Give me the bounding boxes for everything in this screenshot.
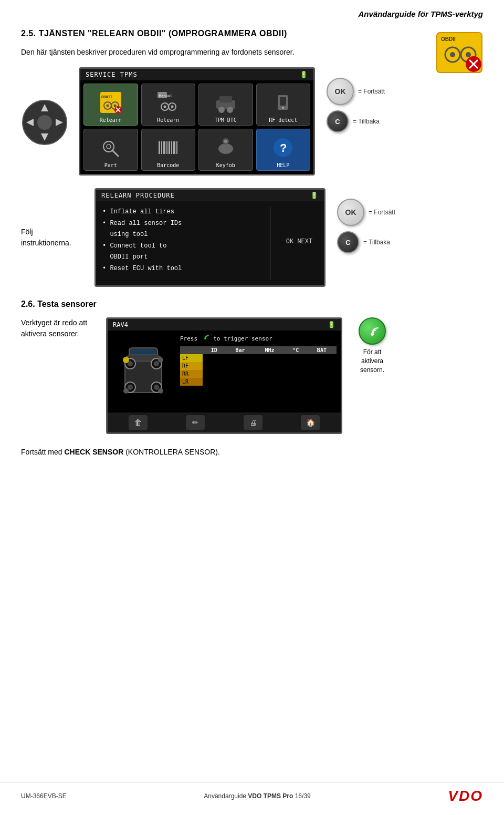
pencil-button[interactable]: ✏ [186,415,205,430]
svg-point-27 [164,106,166,108]
obdii-relearn-icon: OBDII [98,90,123,115]
svg-text:OBDII: OBDII [101,95,112,99]
ok-button-2[interactable]: OK [337,199,364,226]
rav4-footer: 🗑 ✏ 🖨 🏠 [108,412,341,432]
page-footer: UM-366EVB-SE Användarguide VDO TPMS Pro … [0,782,504,804]
service-item-label: TPM DTC [215,117,237,123]
manual-relearn-icon: Manual [155,90,181,115]
rav4-right-panel: Press to trigger sensor [180,335,337,386]
svg-point-36 [282,107,284,109]
c-button-2[interactable]: C [337,231,359,253]
service-item-part[interactable]: Part [83,129,138,171]
car-diagram [112,335,175,408]
svg-rect-42 [163,141,165,154]
service-item-rf-detect[interactable]: RF detect [256,84,311,126]
service-item-keyfob[interactable]: Keyfob [198,129,253,171]
relearn-body: Inflate all tires Read all sensor IDs us… [96,201,324,285]
obdii-corner-badge: OBDII [436,32,483,74]
c-row-1: C = Tillbaka [327,110,385,132]
service-grid: OBDII Relearn [80,80,313,174]
rav4-screen: RAV4 🔋 [106,317,342,434]
svg-rect-41 [161,141,162,154]
ok-continues-label-1: = Fortsätt [358,88,385,95]
relearn-instructions: Inflate all tires Read all sensor IDs us… [102,207,259,275]
relearn-title-bar: RELEARN PROCEDURE 🔋 [96,190,324,201]
print-button[interactable]: 🖨 [244,415,262,430]
svg-point-64 [154,385,159,390]
instruction-2: Read all sensor IDs using tool [102,218,259,241]
svg-rect-35 [280,97,286,106]
footer-left: UM-366EVB-SE [21,792,67,800]
service-item-tpm-dtc[interactable]: TPM DTC [198,84,253,126]
svg-rect-46 [173,141,175,154]
trigger-text: Press to trigger sensor [180,335,337,342]
col-bar: Bar [225,346,255,354]
svg-rect-45 [171,141,172,154]
relearn-procedure-screen: RELEARN PROCEDURE 🔋 Inflate all tires Re… [94,188,326,287]
col-id: ID [203,346,225,354]
wifi-note: För att aktivera sensorn. [354,348,391,374]
svg-line-38 [112,150,118,156]
instruction-1: Inflate all tires [102,207,259,218]
col-bat: BAT [307,346,337,354]
service-item-label: RF detect [269,117,297,123]
wifi-activate-button[interactable] [359,317,386,345]
section-25-heading: 2.5. Tjänsten "Relearn OBDII" (omprogram… [21,29,483,38]
col-mhz: MHz [255,346,284,354]
svg-point-29 [171,106,174,108]
rf-detect-icon [270,90,296,115]
tpm-dtc-icon [213,90,238,115]
follow-instructions-text: Följ instruktionerna. [21,226,84,249]
svg-rect-44 [169,141,170,154]
svg-rect-43 [166,141,167,154]
ok-continues-label-2: = Fortsätt [369,209,395,216]
service-item-label: Keyfob [216,162,235,168]
svg-point-62 [128,385,133,390]
battery-icon: 🔋 [300,71,308,78]
rr-row: RR [180,370,337,378]
verktyget-text: Verktyget är redo att aktivera sensorer. [21,317,100,339]
rr-label: RR [180,370,203,378]
battery-icon-3: 🔋 [328,321,335,328]
section-26-heading: 2.6. Testa sensorer [21,300,483,309]
svg-point-70 [371,333,374,336]
svg-point-67 [158,388,163,394]
ok-row-1: OK = Fortsätt [327,78,385,105]
c-back-label-1: = Tillbaka [353,118,380,125]
c-back-label-2: = Tillbaka [363,239,390,246]
svg-rect-40 [159,141,160,154]
service-item-barcode[interactable]: Barcode [141,129,196,171]
svg-rect-47 [176,141,177,154]
rf-label: RF [180,362,203,370]
service-item-label: Barcode [157,162,179,168]
svg-point-32 [227,107,233,113]
svg-text:OBDII: OBDII [441,36,456,42]
trash-button[interactable]: 🗑 [129,415,148,430]
rav4-body: Press to trigger sensor [108,331,341,412]
help-icon: ? [270,135,296,160]
ok-c-buttons-2: OK = Fortsätt C = Tillbaka [337,199,395,253]
svg-text:Manual: Manual [159,94,172,98]
svg-point-5 [466,52,471,57]
service-item-help[interactable]: ? HELP [256,129,311,171]
svg-point-10 [37,115,52,130]
service-item-obdii-relearn[interactable]: OBDII Relearn [83,84,138,126]
svg-point-3 [450,52,455,57]
svg-point-66 [158,357,163,363]
relearn-ok-next: OK NEXT [281,207,318,245]
service-item-label: Part [104,162,117,168]
service-tpms-block: SERVICE TPMS 🔋 OBDII [21,67,483,176]
relearn-divider [270,207,270,280]
lf-row: LF [180,354,337,362]
col-pos [180,346,203,354]
ok-button-1[interactable]: OK [327,78,354,105]
section-25-intro: Den här tjänsten beskriver proceduren vi… [21,47,483,58]
c-button-1[interactable]: C [327,110,349,132]
svg-point-68 [123,388,129,394]
service-item-label: HELP [277,162,289,168]
keyfob-icon [213,135,238,160]
part-icon [98,135,123,160]
svg-text:?: ? [280,141,287,154]
home-button[interactable]: 🏠 [301,415,320,430]
service-item-manual-relearn[interactable]: Manual Relearn [141,84,196,126]
